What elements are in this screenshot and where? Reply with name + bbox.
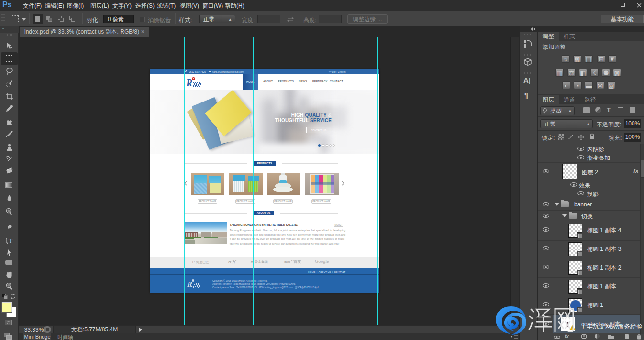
svg-text:T: T	[9, 237, 12, 244]
